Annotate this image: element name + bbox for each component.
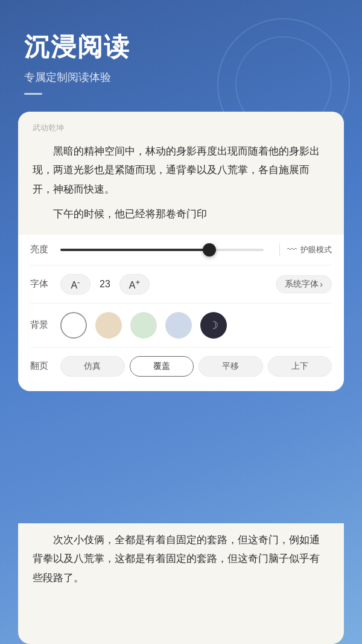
brightness-label: 亮度	[30, 244, 52, 255]
slider-thumb[interactable]	[203, 243, 216, 257]
page-btn-slide[interactable]: 平移	[198, 356, 263, 377]
moon-icon: ☽	[209, 319, 218, 332]
page-btn-cover[interactable]: 覆盖	[130, 356, 194, 377]
slider-fill	[60, 249, 207, 251]
font-family-label: 系统字体	[285, 279, 319, 290]
font-increase-button[interactable]: A+	[119, 274, 150, 295]
reading-area-top: 武动乾坤 黑暗的精神空间中，林动的身影再度出现而随着他的身影出现，两道光影也是紧…	[18, 112, 344, 235]
font-family-button[interactable]: 系统字体 ›	[276, 275, 332, 293]
bg-option-dark[interactable]: ☽	[200, 312, 227, 339]
book-title: 武动乾坤	[33, 123, 329, 133]
bg-option-blue[interactable]	[165, 312, 192, 339]
app-title: 沉浸阅读	[24, 30, 338, 64]
paragraph-1: 黑暗的精神空间中，林动的身影再度出现而随着他的身影出现，两道光影也是紧随而现，通…	[33, 142, 329, 199]
brightness-row: 亮度 〰 护眼模式	[30, 235, 332, 266]
divider-vertical	[279, 243, 280, 257]
page-label: 翻页	[30, 360, 52, 372]
header-line	[24, 93, 42, 95]
font-size-value: 23	[97, 279, 113, 290]
font-row: 字体 A- 23 A+ 系统字体 ›	[30, 266, 332, 304]
header: 沉浸阅读 专属定制阅读体验	[0, 0, 362, 113]
page-btn-updown[interactable]: 上下	[268, 356, 332, 377]
bottom-reading-area: 次次小伎俩，全都是有着自固定的套路，但这奇门，例如通背拳以及八荒掌，这都是有着固…	[18, 523, 344, 644]
font-controls: A- 23 A+ 系统字体 ›	[60, 274, 332, 295]
page-btn-simulated[interactable]: 仿真	[60, 356, 125, 377]
eye-mode-label: 护眼模式	[300, 244, 332, 255]
page-row: 翻页 仿真 覆盖 平移 上下	[30, 348, 332, 385]
bg-row: 背景 ☽	[30, 304, 332, 348]
font-decrease-label: A-	[71, 278, 80, 291]
bg-options: ☽	[60, 312, 332, 339]
app-subtitle: 专属定制阅读体验	[24, 70, 338, 84]
page-wrapper: 沉浸阅读 专属定制阅读体验 武动乾坤 黑暗的精神空间中，林动的身影再度出现而随着…	[0, 0, 362, 644]
font-increase-label: A+	[129, 278, 140, 291]
page-btn-simulated-label: 仿真	[84, 361, 101, 372]
bottom-paragraph: 次次小伎俩，全都是有着自固定的套路，但这奇门，例如通背拳以及八荒掌，这都是有着固…	[33, 531, 329, 587]
bg-option-beige[interactable]	[95, 312, 122, 339]
page-btn-updown-label: 上下	[291, 361, 308, 372]
page-btn-slide-label: 平移	[222, 361, 239, 372]
settings-panel: 亮度 〰 护眼模式 字体 A-	[18, 235, 344, 391]
page-options: 仿真 覆盖 平移 上下	[60, 356, 332, 377]
bg-option-green[interactable]	[130, 312, 157, 339]
brightness-slider[interactable]	[60, 249, 264, 251]
paragraph-2: 下午的时候，他已经将那卷奇门印	[33, 205, 329, 223]
font-label: 字体	[30, 278, 52, 290]
main-card: 武动乾坤 黑暗的精神空间中，林动的身影再度出现而随着他的身影出现，两道光影也是紧…	[18, 112, 344, 391]
page-btn-cover-label: 覆盖	[153, 361, 170, 372]
eye-icon: 〰	[287, 244, 297, 255]
reading-text-top: 黑暗的精神空间中，林动的身影再度出现而随着他的身影出现，两道光影也是紧随而现，通…	[33, 142, 329, 224]
bg-option-white[interactable]	[60, 312, 87, 339]
font-decrease-button[interactable]: A-	[60, 274, 91, 295]
slider-track	[60, 249, 264, 251]
bg-label: 背景	[30, 319, 52, 331]
chevron-right-icon: ›	[320, 279, 323, 289]
eye-mode-toggle[interactable]: 〰 护眼模式	[287, 244, 332, 255]
bottom-reading-text: 次次小伎俩，全都是有着自固定的套路，但这奇门，例如通背拳以及八荒掌，这都是有着固…	[33, 531, 329, 587]
